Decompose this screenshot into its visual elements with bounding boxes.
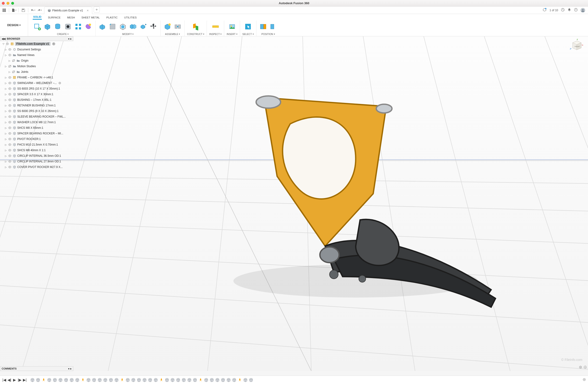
group-label[interactable]: INSPECT (209, 33, 220, 36)
visibility-toggle-icon[interactable] (8, 81, 12, 85)
document-tab[interactable]: FileInfo.com Example v1 × (44, 7, 92, 14)
browser-row[interactable]: ▷ FHCS M10 21.5mm X 0.70mm:1 (2, 142, 73, 147)
visibility-toggle-icon[interactable] (8, 132, 12, 135)
expand-icon[interactable]: ▷ (5, 127, 7, 129)
tab-mesh[interactable]: MESH (66, 15, 75, 19)
timeline-feature-item[interactable] (192, 378, 198, 383)
visibility-toggle-icon[interactable] (6, 42, 9, 45)
timeline-feature-item[interactable] (136, 378, 142, 383)
collapse-icon[interactable]: ◀◀ (2, 37, 5, 40)
timeline-feature-item[interactable] (232, 378, 237, 383)
browser-row[interactable]: ▷ RETAINER BUSHING 17mm:1 (2, 103, 73, 108)
comments-panel-header[interactable]: COMMENTS ● ▸ (0, 366, 73, 371)
visibility-toggle-icon[interactable] (8, 76, 12, 79)
expand-icon[interactable]: ▷ (5, 76, 7, 79)
timeline-joint-item[interactable] (237, 378, 242, 383)
group-label[interactable]: INSERT (227, 33, 235, 36)
save-button[interactable] (21, 7, 26, 13)
visibility-toggle-icon[interactable] (8, 160, 12, 163)
cylinder-icon[interactable] (53, 22, 62, 31)
file-menu-button[interactable]: ▾ (11, 7, 17, 13)
new-tab-button[interactable]: ＋ (94, 6, 100, 13)
viewport[interactable]: ◀◀ BROWSER ● ▸ ▽ FileInfo.com Example v1… (0, 36, 588, 371)
visibility-toggle-icon[interactable] (8, 98, 12, 101)
browser-panel-header[interactable]: ◀◀ BROWSER ● ▸ (0, 36, 73, 41)
timeline-feature-item[interactable] (30, 378, 35, 383)
timeline-feature-item[interactable] (176, 378, 181, 383)
hole-icon[interactable] (63, 22, 72, 31)
shell-icon[interactable] (118, 22, 127, 31)
sketch-icon[interactable] (33, 22, 42, 31)
expand-icon[interactable]: ▷ (5, 99, 7, 101)
redo-button[interactable]: ▾ (37, 7, 42, 13)
timeline-feature-item[interactable] (243, 378, 248, 383)
tab-surface[interactable]: SURFACE (47, 15, 61, 19)
visibility-toggle-icon[interactable] (8, 126, 12, 130)
visibility-toggle-icon[interactable] (8, 53, 12, 57)
expand-icon[interactable]: ▷ (5, 160, 7, 163)
timeline-step-fwd-button[interactable]: |▶ (17, 378, 22, 382)
browser-row[interactable]: ▷ COVER PIVOT ROCKER M27.9 X... (2, 164, 73, 170)
expand-icon[interactable]: ▷ (5, 82, 7, 84)
browser-row[interactable]: ▷ SPACER 3.5 X 17 X 30mm:1 (2, 92, 73, 97)
group-label[interactable]: SELECT (242, 33, 252, 36)
browser-tree[interactable]: ▽ FileInfo.com Example v1 ▷ Document Set… (2, 41, 73, 363)
job-status-text[interactable]: 1 of 10 (549, 9, 558, 12)
visibility-toggle-icon[interactable] (8, 104, 12, 107)
timeline-feature-item[interactable] (36, 378, 41, 383)
timeline-joint-item[interactable] (198, 378, 203, 383)
visibility-toggle-icon[interactable] (8, 143, 12, 146)
timeline-feature-item[interactable] (114, 378, 119, 383)
form-icon[interactable] (84, 22, 93, 31)
browser-row[interactable]: ▷ SS 6000 2RS (8 X 10 X 26mm):1 (2, 108, 73, 114)
undo-button[interactable]: ▾ (30, 7, 36, 13)
timeline-feature-item[interactable] (97, 378, 102, 383)
visibility-toggle-icon[interactable] (12, 70, 15, 74)
new-component-icon[interactable] (163, 22, 172, 31)
extensions-button[interactable] (543, 8, 547, 13)
joint-icon[interactable] (173, 22, 182, 31)
expand-icon[interactable]: ▷ (5, 166, 7, 169)
pattern-icon[interactable] (74, 22, 83, 31)
select-icon[interactable] (244, 22, 252, 31)
user-avatar[interactable] (581, 8, 585, 13)
browser-row[interactable]: ▷ CIRCLIP INTERNAL 36.5mm OD:1 (2, 153, 73, 159)
timeline-feature-item[interactable] (58, 378, 63, 383)
expand-icon[interactable]: ▷ (5, 132, 7, 135)
panel-options-icon[interactable]: ● ▸ (68, 367, 72, 370)
fillet-icon[interactable] (108, 22, 117, 31)
timeline-feature-item[interactable] (249, 378, 253, 383)
timeline-feature-item[interactable] (69, 378, 74, 383)
browser-row[interactable]: ▷ SWINGARM – WELDMENT –... (2, 80, 73, 86)
unground-icon[interactable] (269, 22, 278, 31)
timeline-settings-icon[interactable] (582, 378, 586, 382)
timeline-feature-item[interactable] (170, 378, 175, 383)
visibility-toggle-icon[interactable] (8, 165, 12, 169)
timeline-feature-item[interactable] (164, 378, 169, 383)
panel-options-icon[interactable]: ● ▸ (68, 37, 72, 40)
close-tab-icon[interactable]: × (87, 9, 88, 12)
expand-icon[interactable]: ▷ (5, 110, 7, 113)
window-close-button[interactable] (2, 2, 5, 5)
timeline-feature-item[interactable] (142, 378, 147, 383)
expand-icon[interactable]: ▷ (5, 121, 7, 124)
box-icon[interactable] (43, 22, 52, 31)
tab-plastic[interactable]: PLASTIC (106, 15, 118, 19)
timeline-feature-item[interactable] (147, 378, 153, 383)
align-icon[interactable] (139, 22, 148, 31)
timeline-feature-item[interactable] (220, 378, 226, 383)
browser-row[interactable]: ▷ PIVOT ROCKER:1 (2, 136, 73, 142)
timeline-end-button[interactable]: ▶| (22, 378, 27, 382)
visibility-toggle-icon[interactable] (12, 59, 15, 62)
expand-icon[interactable]: ▷ (5, 87, 7, 90)
expand-icon[interactable]: ▷ (5, 54, 7, 57)
expand-icon[interactable]: ▷ (5, 48, 7, 51)
browser-row[interactable]: ▷ SHCS M8 40mm X 1:1 (2, 147, 73, 153)
job-status-icon[interactable] (561, 8, 565, 13)
expand-icon[interactable]: ▷ (5, 155, 7, 157)
construct-plane-icon[interactable] (191, 22, 200, 31)
move-icon[interactable] (149, 22, 158, 31)
browser-row[interactable]: ▷ Origin (2, 58, 73, 63)
visibility-toggle-icon[interactable] (8, 93, 12, 96)
timeline-feature-item[interactable] (125, 378, 130, 383)
